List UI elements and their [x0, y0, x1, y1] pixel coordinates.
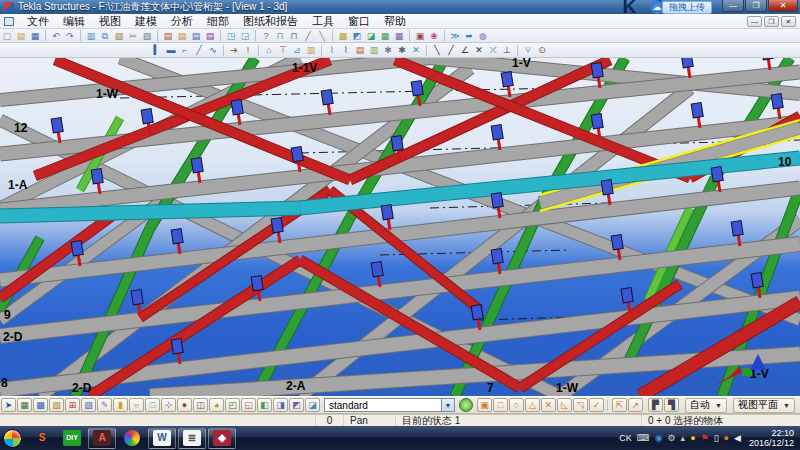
menu-item-9[interactable]: 窗口	[341, 14, 377, 28]
measure-icon[interactable]: ⊙	[535, 44, 549, 56]
model-canvas[interactable]: 1-W1-1V1-V121-A1092-D82-D2-A71-W1-V	[0, 58, 800, 396]
select-weld-icon[interactable]: ▧	[81, 398, 96, 412]
combo-dropdown-icon[interactable]: ▼	[442, 398, 455, 412]
frame2-icon[interactable]: ⊓	[287, 30, 301, 42]
diy-app[interactable]: DIY	[58, 428, 86, 449]
bolt2-icon[interactable]: ⌇	[339, 44, 353, 56]
jump-icon[interactable]: ➦	[462, 30, 476, 42]
select-obj2-icon[interactable]: ◨	[273, 398, 288, 412]
snap-perp-icon[interactable]: ◺	[557, 398, 572, 412]
fork-icon[interactable]: ⑂	[521, 44, 535, 56]
perp-icon[interactable]: ⊥	[500, 44, 514, 56]
start-button[interactable]	[3, 429, 22, 448]
sogou-app[interactable]: S	[28, 428, 56, 449]
undo-icon[interactable]: ↶	[49, 30, 63, 42]
snap-end-icon[interactable]: □	[493, 398, 508, 412]
connection-plate[interactable]	[191, 158, 205, 184]
help-tray-icon[interactable]: ◉	[655, 433, 663, 443]
search-icon[interactable]: ⌂	[262, 44, 276, 56]
select-view-icon[interactable]: ◕	[209, 398, 224, 412]
check-icon[interactable]: ▦	[378, 30, 392, 42]
component-combo[interactable]: standard ▼	[324, 398, 455, 412]
list-icon[interactable]: ▥	[84, 30, 98, 42]
angle-icon[interactable]: ∠	[458, 44, 472, 56]
snap-int-icon[interactable]: ✕	[541, 398, 556, 412]
line2-icon[interactable]: ╱	[444, 44, 458, 56]
frame-icon[interactable]: ⊓	[273, 30, 287, 42]
taskbar-clock[interactable]: 22:10 2016/12/12	[749, 428, 794, 448]
table-icon[interactable]: ▦	[392, 30, 406, 42]
cut-icon[interactable]: ✂	[126, 30, 140, 42]
plane-dropdown-1[interactable]: 自动▼	[685, 398, 727, 413]
select-assembly-icon[interactable]: ▨	[49, 398, 64, 412]
select-bolt-icon[interactable]: ⌔	[129, 398, 144, 412]
redo-icon[interactable]: ↷	[63, 30, 77, 42]
connection-plate[interactable]	[691, 103, 705, 129]
brush-icon[interactable]: ▩	[336, 30, 350, 42]
select-obj1-icon[interactable]: ◧	[257, 398, 272, 412]
menu-item-8[interactable]: 工具	[305, 14, 341, 28]
expand-tray-icon[interactable]: ▴	[681, 433, 686, 443]
select-obj3-icon[interactable]: ◩	[289, 398, 304, 412]
connection-plate[interactable]	[501, 72, 515, 98]
pen-icon[interactable]: ╱	[301, 30, 315, 42]
wedge-icon[interactable]: ⊿	[290, 44, 304, 56]
select-grid-icon[interactable]: ⊞	[65, 398, 80, 412]
menu-item-3[interactable]: 视图	[92, 14, 128, 28]
pinwheel-app[interactable]	[118, 428, 146, 449]
copy-icon[interactable]: ⧉	[98, 30, 112, 42]
connection-plate[interactable]	[491, 125, 505, 151]
connection-plate[interactable]	[371, 262, 385, 288]
minimize-button[interactable]: —	[722, 0, 744, 12]
gear-icon[interactable]: ✱	[381, 44, 395, 56]
menu-item-2[interactable]: 编辑	[56, 14, 92, 28]
drawing-orange-icon[interactable]: ▤	[175, 30, 189, 42]
connection-plate[interactable]	[171, 229, 185, 255]
snap-point-icon[interactable]: ▣	[477, 398, 492, 412]
crop-icon[interactable]: ▧	[140, 30, 154, 42]
box-icon[interactable]: ▥	[304, 44, 318, 56]
child-close-button[interactable]: ✕	[781, 16, 796, 27]
gear-tray-icon[interactable]: ⚙	[668, 433, 676, 443]
beam-icon[interactable]: ▬	[164, 44, 178, 56]
select-ref-icon[interactable]: ◰	[225, 398, 240, 412]
cloud-upload-button[interactable]: ☁ 拖拽上传	[650, 0, 712, 14]
cyan-member[interactable]	[0, 208, 300, 216]
select-comp-icon[interactable]: ▩	[33, 398, 48, 412]
connection-plate[interactable]	[291, 147, 305, 173]
item-icon[interactable]: !	[241, 44, 255, 56]
combo-value[interactable]: standard	[324, 398, 442, 412]
menu-item-5[interactable]: 分析	[164, 14, 200, 28]
menu-item-1[interactable]: 文件	[20, 14, 56, 28]
plane-dropdown-2[interactable]: 视图平面▼	[733, 398, 795, 413]
child-minimize-button[interactable]: —	[747, 16, 762, 27]
select-point-icon[interactable]: ⊹	[161, 398, 176, 412]
word-app[interactable]: W	[148, 428, 176, 449]
drawing-blue-icon[interactable]: ▤	[189, 30, 203, 42]
view-a-icon[interactable]: ◳	[224, 30, 238, 42]
cross-icon[interactable]: ✕	[472, 44, 486, 56]
viewport-3d[interactable]: 1-W1-1V1-V121-A1092-D82-D2-A71-W1-V	[0, 58, 800, 396]
select-obj4-icon[interactable]: ◪	[305, 398, 320, 412]
flower-icon[interactable]: ❀	[427, 30, 441, 42]
persp-view-icon[interactable]: ▜	[664, 398, 679, 412]
phase2-icon[interactable]: ◪	[364, 30, 378, 42]
ortho-icon[interactable]: ➔	[227, 44, 241, 56]
select-mix-icon[interactable]: ◱	[241, 398, 256, 412]
snap-arrow-icon[interactable]: ↗	[628, 398, 643, 412]
select-plane-icon[interactable]: □	[145, 398, 160, 412]
autocad-app[interactable]: A	[88, 428, 116, 449]
fast-icon[interactable]: ≫	[448, 30, 462, 42]
menu-item-6[interactable]: 细部	[200, 14, 236, 28]
connection-plate[interactable]	[171, 339, 185, 365]
select-draw-icon[interactable]: ✎	[97, 398, 112, 412]
dot-icon[interactable]: ●	[724, 433, 729, 443]
curved-beam-icon[interactable]: ╱	[192, 44, 206, 56]
tekla-app[interactable]: ◆	[208, 428, 236, 449]
close-button[interactable]: ✕	[768, 0, 798, 12]
cross2-icon[interactable]: ⤬	[486, 44, 500, 56]
paste-icon[interactable]: ▨	[112, 30, 126, 42]
polybeam-icon[interactable]: ⌐	[178, 44, 192, 56]
select-parts-icon[interactable]: ▦	[17, 398, 32, 412]
open-icon[interactable]: ▤	[14, 30, 28, 42]
